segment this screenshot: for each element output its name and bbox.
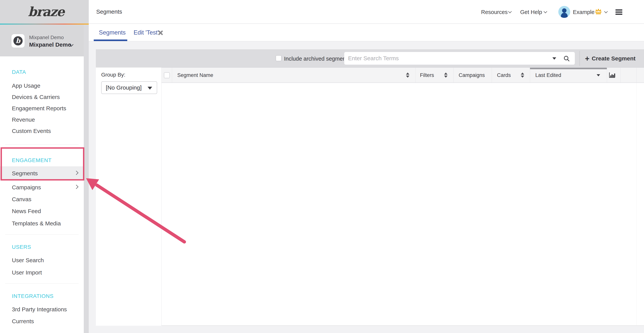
sidebar-item-news-feed[interactable]: News Feed [12,208,41,214]
bar-chart-icon[interactable] [608,72,616,79]
sidebar-item-engagement-reports[interactable]: Engagement Reports [12,105,66,112]
workspace-selector[interactable]: b Mixpanel Demo Mixpanel Demo [0,25,84,56]
table-body [162,83,644,326]
column-filters[interactable]: Filters [420,72,434,78]
sidebar-section-integrations: INTEGRATIONS [12,293,54,299]
workspace-name: Mixpanel Demo [29,42,71,48]
close-tab-icon[interactable] [158,30,163,35]
active-tab-underline [94,40,127,41]
sidebar-divider [5,234,78,235]
sidebar-item-currents[interactable]: Currents [12,318,34,324]
workspace-app-icon: b [12,34,24,48]
tab-bar: Segments Edit 'Test' [89,24,644,42]
braze-logo: braze [28,4,64,19]
column-segment-name[interactable]: Segment Name [177,72,213,78]
sidebar-section-engagement: ENGAGEMENT [12,157,52,163]
sidebar-scrollbar[interactable] [84,25,89,333]
sort-icon[interactable] [406,73,410,78]
group-by-value: [No Grouping] [106,84,142,91]
tab-edit-test[interactable]: Edit 'Test' [134,29,159,36]
column-last-edited[interactable]: Last Edited [535,72,561,78]
dropdown-arrow-icon [148,87,152,90]
include-archived-label: Include archived segments [284,56,350,62]
sidebar-item-custom-events[interactable]: Custom Events [12,128,51,134]
chevron-down-icon [544,10,547,13]
workspace-app-name: Mixpanel Demo [29,35,64,41]
user-name[interactable]: Example [573,9,594,15]
main-content: Include archived segments + Create Segme… [89,42,644,333]
sidebar: braze b Mixpanel Demo Mixpanel Demo DATA… [0,0,84,333]
search-icon[interactable] [563,55,570,63]
tab-segments[interactable]: Segments [99,29,126,36]
sidebar-item-segments[interactable]: Segments [12,170,38,177]
table-scrollbar-track [636,83,636,325]
sort-icon[interactable] [444,73,448,78]
sort-icon[interactable] [521,73,524,78]
sidebar-item-templates-media[interactable]: Templates & Media [12,220,61,227]
sidebar-item-devices-carriers[interactable]: Devices & Carriers [12,94,60,100]
sidebar-item-revenue[interactable]: Revenue [12,116,35,123]
sidebar-item-campaigns[interactable]: Campaigns [12,184,41,191]
get-help-menu[interactable]: Get Help [520,9,542,15]
sidebar-section-data: DATA [12,69,26,75]
sort-desc-icon[interactable] [597,74,600,76]
search-input[interactable] [348,53,544,64]
select-all-checkbox[interactable] [164,72,170,78]
group-by-label: Group By: [101,72,125,78]
include-archived-checkbox[interactable] [276,55,282,61]
resources-menu[interactable]: Resources [481,9,508,15]
braze-b-icon: b [14,36,22,46]
search-dropdown-icon[interactable] [552,57,556,60]
sidebar-item-user-search[interactable]: User Search [12,257,44,263]
sorted-column-indicator [530,68,607,69]
user-avatar[interactable] [558,6,570,19]
chevron-down-icon [604,10,608,13]
chevron-right-icon [74,185,78,189]
page-title: Segments [96,9,122,15]
braze-dashboard: braze b Mixpanel Demo Mixpanel Demo DATA… [0,0,644,333]
crown-icon [594,8,602,15]
column-cards[interactable]: Cards [497,72,511,78]
search-box [344,52,575,65]
plus-icon: + [585,55,590,62]
table-header: Segment Name Filters Campaigns Cards Las… [162,68,644,83]
create-segment-button[interactable]: + Create Segment [585,49,636,68]
segments-toolbar: Include archived segments + Create Segme… [96,49,644,68]
sidebar-divider [5,283,78,283]
group-by-panel: Group By: [No Grouping] [96,68,162,326]
column-campaigns[interactable]: Campaigns [459,72,485,78]
chevron-down-icon [508,10,512,13]
sidebar-item-canvas[interactable]: Canvas [12,196,32,203]
sidebar-item-user-import[interactable]: User Import [12,269,42,276]
hamburger-menu-icon[interactable] [616,10,622,16]
toolbar-divider [580,51,580,66]
group-by-dropdown[interactable]: [No Grouping] [101,81,157,94]
sidebar-divider [5,144,78,145]
top-bar: Segments Resources Get Help Example [89,0,644,24]
sidebar-item-app-usage[interactable]: App Usage [12,83,40,89]
sidebar-section-users: USERS [12,244,31,250]
sidebar-logo-area: braze [0,0,89,24]
sidebar-item-3rd-party-integrations[interactable]: 3rd Party Integrations [12,306,67,313]
